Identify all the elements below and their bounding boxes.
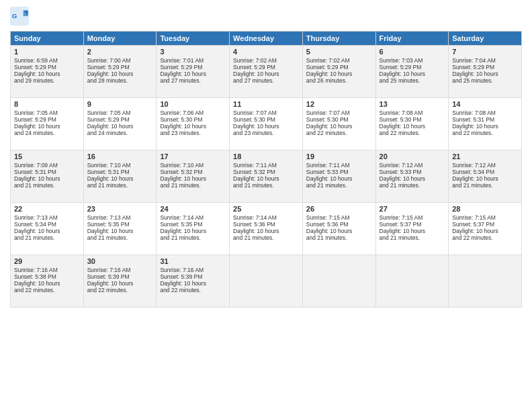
day-info: Sunset: 5:32 PM	[233, 169, 299, 175]
calendar-cell: 30Sunrise: 7:16 AMSunset: 5:39 PMDayligh…	[83, 255, 157, 308]
calendar-cell: 25Sunrise: 7:14 AMSunset: 5:36 PMDayligh…	[230, 203, 303, 255]
day-info: Daylight: 10 hours	[87, 175, 153, 182]
week-row-4: 22Sunrise: 7:13 AMSunset: 5:34 PMDayligh…	[11, 203, 522, 255]
calendar-cell: 31Sunrise: 7:16 AMSunset: 5:39 PMDayligh…	[157, 255, 230, 308]
day-info: Sunset: 5:39 PM	[87, 273, 153, 280]
day-number: 5	[306, 48, 372, 56]
day-info: Sunrise: 7:10 AM	[87, 162, 153, 169]
day-info: Daylight: 10 hours	[87, 71, 153, 77]
header-sunday: Sunday	[11, 32, 84, 46]
day-info: Sunset: 5:29 PM	[87, 64, 153, 71]
day-info: Sunset: 5:34 PM	[452, 169, 518, 175]
calendar-cell: 3Sunrise: 7:01 AMSunset: 5:29 PMDaylight…	[157, 46, 230, 98]
day-number: 7	[452, 48, 518, 56]
header-row: SundayMondayTuesdayWednesdayThursdayFrid…	[11, 32, 522, 46]
day-info: Sunrise: 7:04 AM	[452, 57, 518, 64]
day-info: Sunset: 5:34 PM	[14, 221, 80, 228]
day-info: Daylight: 10 hours	[380, 175, 445, 182]
day-info: and 21 minutes.	[306, 234, 372, 241]
day-number: 3	[160, 48, 226, 56]
day-info: Sunset: 5:31 PM	[87, 169, 153, 175]
day-info: Daylight: 10 hours	[306, 228, 372, 234]
calendar-cell: 12Sunrise: 7:07 AMSunset: 5:30 PMDayligh…	[302, 98, 375, 150]
day-info: Sunset: 5:29 PM	[14, 64, 80, 71]
day-number: 22	[14, 205, 80, 213]
day-info: Sunset: 5:29 PM	[452, 64, 518, 71]
day-info: Sunrise: 6:59 AM	[14, 57, 80, 64]
calendar-cell	[230, 255, 303, 308]
week-row-2: 8Sunrise: 7:05 AMSunset: 5:29 PMDaylight…	[11, 98, 522, 150]
day-number: 23	[87, 205, 153, 213]
day-info: Daylight: 10 hours	[87, 123, 153, 130]
day-number: 10	[160, 100, 226, 108]
day-info: Sunset: 5:30 PM	[233, 116, 299, 123]
header-friday: Friday	[375, 32, 449, 46]
day-info: and 25 minutes.	[452, 77, 518, 84]
day-number: 31	[160, 257, 226, 265]
day-info: Sunset: 5:32 PM	[160, 169, 226, 175]
day-info: and 22 minutes.	[87, 287, 153, 293]
day-info: Daylight: 10 hours	[14, 71, 80, 77]
week-row-1: 1Sunrise: 6:59 AMSunset: 5:29 PMDaylight…	[11, 46, 522, 98]
day-info: Daylight: 10 hours	[306, 71, 372, 77]
day-number: 2	[87, 48, 153, 56]
day-info: Daylight: 10 hours	[160, 123, 226, 130]
day-number: 25	[233, 205, 299, 213]
day-info: Sunrise: 7:06 AM	[160, 109, 226, 116]
day-info: and 27 minutes.	[233, 77, 299, 84]
calendar-cell: 27Sunrise: 7:15 AMSunset: 5:37 PMDayligh…	[375, 203, 449, 255]
day-info: Sunrise: 7:08 AM	[452, 109, 518, 116]
calendar-table: SundayMondayTuesdayWednesdayThursdayFrid…	[10, 31, 522, 308]
day-info: Sunset: 5:29 PM	[160, 64, 226, 71]
calendar-cell: 13Sunrise: 7:08 AMSunset: 5:30 PMDayligh…	[375, 98, 449, 150]
day-info: Sunrise: 7:13 AM	[87, 214, 153, 221]
day-info: Sunset: 5:31 PM	[452, 116, 518, 123]
calendar-cell: 15Sunrise: 7:09 AMSunset: 5:31 PMDayligh…	[11, 150, 84, 203]
calendar-cell: 4Sunrise: 7:02 AMSunset: 5:29 PMDaylight…	[230, 46, 303, 98]
day-info: Daylight: 10 hours	[306, 123, 372, 130]
day-info: and 21 minutes.	[233, 182, 299, 189]
day-info: Sunrise: 7:11 AM	[306, 162, 372, 169]
day-number: 27	[380, 205, 445, 213]
day-info: Sunrise: 7:10 AM	[160, 162, 226, 169]
day-info: and 21 minutes.	[160, 234, 226, 241]
calendar-cell: 6Sunrise: 7:03 AMSunset: 5:29 PMDaylight…	[375, 46, 449, 98]
calendar-cell	[449, 255, 522, 308]
day-info: and 22 minutes.	[380, 130, 445, 136]
day-info: Sunrise: 7:05 AM	[14, 109, 80, 116]
day-info: Daylight: 10 hours	[14, 228, 80, 234]
calendar-body: 1Sunrise: 6:59 AMSunset: 5:29 PMDaylight…	[11, 46, 522, 308]
calendar-cell: 28Sunrise: 7:15 AMSunset: 5:37 PMDayligh…	[449, 203, 522, 255]
logo: G	[10, 7, 30, 26]
calendar-cell: 26Sunrise: 7:15 AMSunset: 5:36 PMDayligh…	[302, 203, 375, 255]
day-info: Sunset: 5:36 PM	[233, 221, 299, 228]
calendar-cell: 1Sunrise: 6:59 AMSunset: 5:29 PMDaylight…	[11, 46, 84, 98]
day-info: Sunset: 5:35 PM	[160, 221, 226, 228]
calendar-cell: 17Sunrise: 7:10 AMSunset: 5:32 PMDayligh…	[157, 150, 230, 203]
day-number: 9	[87, 100, 153, 108]
header-wednesday: Wednesday	[230, 32, 303, 46]
header-saturday: Saturday	[449, 32, 522, 46]
day-info: Sunrise: 7:15 AM	[452, 214, 518, 221]
day-info: Sunset: 5:38 PM	[14, 273, 80, 280]
svg-text:G: G	[12, 12, 17, 19]
calendar-cell: 22Sunrise: 7:13 AMSunset: 5:34 PMDayligh…	[11, 203, 84, 255]
day-number: 4	[233, 48, 299, 56]
calendar-cell: 10Sunrise: 7:06 AMSunset: 5:30 PMDayligh…	[157, 98, 230, 150]
calendar-cell: 7Sunrise: 7:04 AMSunset: 5:29 PMDaylight…	[449, 46, 522, 98]
day-number: 26	[306, 205, 372, 213]
day-info: Daylight: 10 hours	[87, 280, 153, 287]
day-info: Daylight: 10 hours	[160, 175, 226, 182]
day-info: and 22 minutes.	[160, 287, 226, 293]
day-info: and 25 minutes.	[380, 77, 445, 84]
day-number: 18	[233, 152, 299, 161]
day-info: Daylight: 10 hours	[380, 71, 445, 77]
day-info: Sunrise: 7:12 AM	[452, 162, 518, 169]
day-info: Sunrise: 7:11 AM	[233, 162, 299, 169]
day-info: Daylight: 10 hours	[233, 175, 299, 182]
day-info: Sunrise: 7:02 AM	[306, 57, 372, 64]
day-info: Sunrise: 7:15 AM	[380, 214, 445, 221]
day-number: 6	[380, 48, 445, 56]
day-info: and 21 minutes.	[380, 234, 445, 241]
calendar-cell: 24Sunrise: 7:14 AMSunset: 5:35 PMDayligh…	[157, 203, 230, 255]
